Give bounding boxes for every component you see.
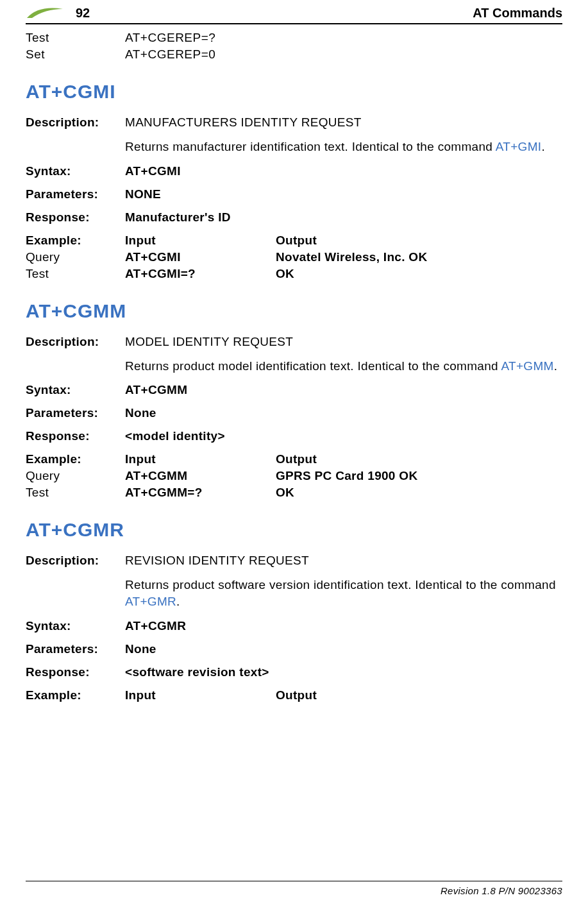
example-output: Novatel Wireless, Inc. OK <box>276 250 562 264</box>
parameters-label: Parameters: <box>26 187 125 201</box>
page-title: AT Commands <box>473 6 562 21</box>
example-label: Test <box>26 31 125 45</box>
example-label: Example: <box>26 688 125 702</box>
command-title: AT+CGMI <box>26 81 562 103</box>
example-type: Test <box>26 267 125 281</box>
example-input: AT+CGMM <box>125 469 276 483</box>
example-type: Test <box>26 486 125 500</box>
example-input: AT+CGMI=? <box>125 267 276 281</box>
example-label: Example: <box>26 234 125 248</box>
syntax-label: Syntax: <box>26 383 125 397</box>
parameters-value: NONE <box>125 187 562 201</box>
example-input: AT+CGEREP=0 <box>125 47 276 62</box>
example-label: Set <box>26 47 125 62</box>
example-label: Example: <box>26 452 125 466</box>
example-row: TestAT+CGMI=?OK <box>26 267 562 281</box>
example-output: OK <box>276 486 562 500</box>
command-reference-link[interactable]: AT+GMM <box>501 359 553 373</box>
example-type: Query <box>26 250 125 264</box>
description-value: REVISION IDENTITY REQUEST <box>125 554 562 568</box>
example-input-header: Input <box>125 452 276 466</box>
parameters-label: Parameters: <box>26 406 125 420</box>
response-value: Manufacturer's ID <box>125 210 562 225</box>
response-label: Response: <box>26 210 125 225</box>
header-rule <box>26 23 562 24</box>
footer-rule <box>26 881 562 881</box>
parameters-label: Parameters: <box>26 642 125 656</box>
page-footer: Revision 1.8 P/N 90023363 <box>26 881 562 896</box>
description-value: MODEL IDENTITY REQUEST <box>125 335 562 349</box>
description-body: Returns product model identification tex… <box>125 358 562 375</box>
description-value: MANUFACTURERS IDENTITY REQUEST <box>125 115 562 130</box>
command-reference-link[interactable]: AT+GMI <box>496 140 542 153</box>
footer-text: Revision 1.8 P/N 90023363 <box>26 885 562 896</box>
syntax-value: AT+CGMR <box>125 619 562 633</box>
example-input-header: Input <box>125 688 276 702</box>
syntax-value: AT+CGMI <box>125 164 562 178</box>
page-number: 92 <box>76 6 90 21</box>
example-output-header: Output <box>276 234 562 248</box>
command-title: AT+CGMM <box>26 300 562 322</box>
example-input: AT+CGMM=? <box>125 486 276 500</box>
parameters-value: None <box>125 642 562 656</box>
syntax-value: AT+CGMM <box>125 383 562 397</box>
example-output: GPRS PC Card 1900 OK <box>276 469 562 483</box>
example-output: OK <box>276 267 562 281</box>
example-row: TestAT+CGMM=?OK <box>26 486 562 500</box>
command-title: AT+CGMR <box>26 519 562 541</box>
example-output-header: Output <box>276 452 562 466</box>
example-row: TestAT+CGEREP=? <box>26 31 562 45</box>
example-row: SetAT+CGEREP=0 <box>26 47 562 62</box>
response-value: <model identity> <box>125 429 562 443</box>
description-body: Returns manufacturer identification text… <box>125 139 562 155</box>
syntax-label: Syntax: <box>26 164 125 178</box>
description-body: Returns product software version identif… <box>125 577 562 609</box>
example-row: QueryAT+CGMINovatel Wireless, Inc. OK <box>26 250 562 264</box>
example-input: AT+CGMI <box>125 250 276 264</box>
response-value: <software revision text> <box>125 665 562 679</box>
example-input: AT+CGEREP=? <box>125 31 276 45</box>
parameters-value: None <box>125 406 562 420</box>
page-header: 92 AT Commands <box>26 5 562 21</box>
syntax-label: Syntax: <box>26 619 125 633</box>
example-type: Query <box>26 469 125 483</box>
example-output-header: Output <box>276 688 562 702</box>
example-row: QueryAT+CGMMGPRS PC Card 1900 OK <box>26 469 562 483</box>
example-input-header: Input <box>125 234 276 248</box>
response-label: Response: <box>26 429 125 443</box>
description-label: Description: <box>26 335 125 349</box>
logo-icon <box>26 5 64 21</box>
description-label: Description: <box>26 115 125 130</box>
description-label: Description: <box>26 554 125 568</box>
response-label: Response: <box>26 665 125 679</box>
command-reference-link[interactable]: AT+GMR <box>125 595 176 608</box>
